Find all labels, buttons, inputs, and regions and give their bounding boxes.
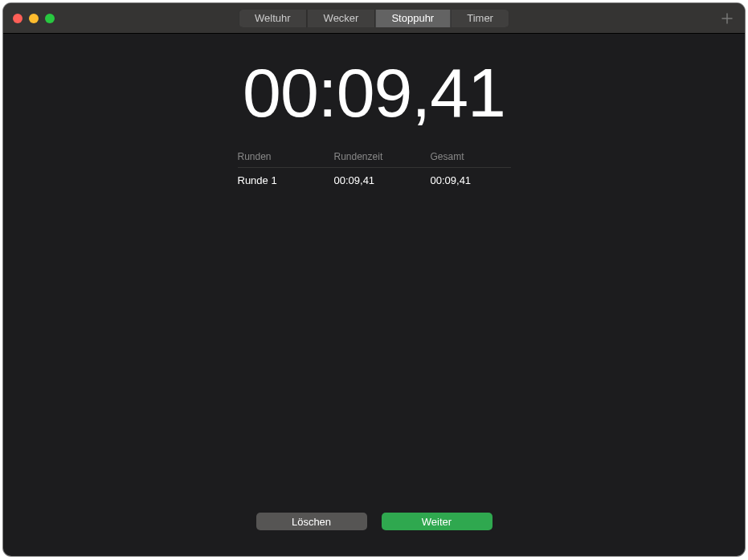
window-controls <box>13 14 55 23</box>
header-laptime: Rundenzeit <box>334 151 431 162</box>
footer-controls: Löschen Weiter <box>3 513 745 530</box>
time-display: 00:09,41 <box>243 58 505 127</box>
lap-name: Runde 1 <box>238 174 334 186</box>
close-icon[interactable] <box>13 14 22 23</box>
resume-button[interactable]: Weiter <box>382 513 493 530</box>
app-window: Weltuhr Wecker Stoppuhr Timer 00:09,41 R… <box>3 3 745 556</box>
header-total: Gesamt <box>431 151 511 162</box>
table-row: Runde 1 00:09,41 00:09,41 <box>238 168 511 193</box>
tab-worldclock[interactable]: Weltuhr <box>239 10 308 27</box>
fullscreen-icon[interactable] <box>45 14 55 23</box>
minimize-icon[interactable] <box>29 14 39 23</box>
clear-button[interactable]: Löschen <box>256 513 367 530</box>
laps-header: Runden Rundenzeit Gesamt <box>238 151 511 168</box>
header-lap: Runden <box>238 151 334 162</box>
titlebar: Weltuhr Wecker Stoppuhr Timer <box>3 3 745 34</box>
stopwatch-content: 00:09,41 Runden Rundenzeit Gesamt Runde … <box>3 34 745 556</box>
tab-alarm[interactable]: Wecker <box>308 10 376 27</box>
add-icon[interactable] <box>719 10 735 27</box>
tab-timer[interactable]: Timer <box>451 10 509 27</box>
tab-bar: Weltuhr Wecker Stoppuhr Timer <box>239 10 509 27</box>
laps-table: Runden Rundenzeit Gesamt Runde 1 00:09,4… <box>238 151 511 193</box>
lap-total: 00:09,41 <box>431 174 511 186</box>
tab-stopwatch[interactable]: Stoppuhr <box>375 10 451 27</box>
lap-time: 00:09,41 <box>334 174 431 186</box>
